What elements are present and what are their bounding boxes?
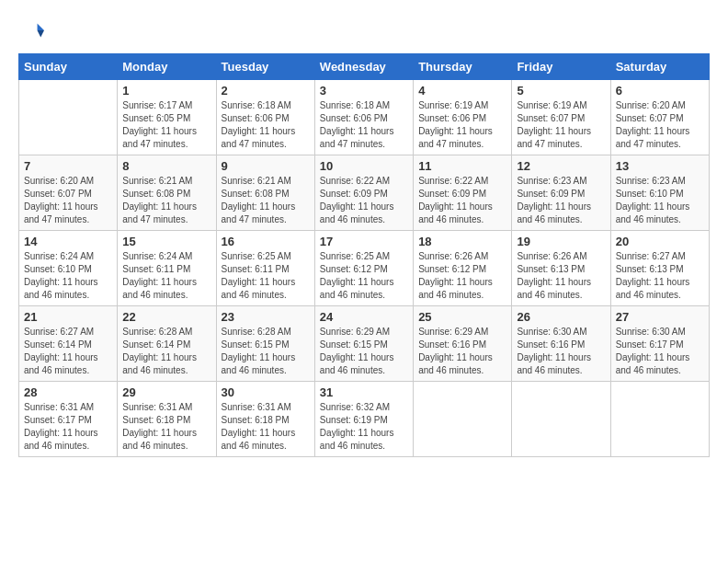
day-cell: 27Sunrise: 6:30 AMSunset: 6:17 PMDayligh… <box>610 306 709 382</box>
calendar-table: SundayMondayTuesdayWednesdayThursdayFrid… <box>18 53 710 457</box>
day-number: 17 <box>320 235 408 248</box>
day-number: 14 <box>24 235 112 248</box>
day-number: 19 <box>517 235 605 248</box>
day-number: 4 <box>418 84 506 98</box>
week-row-2: 7Sunrise: 6:20 AMSunset: 6:07 PMDaylight… <box>19 155 710 231</box>
day-cell: 19Sunrise: 6:26 AMSunset: 6:13 PMDayligh… <box>512 231 610 306</box>
day-cell: 29Sunrise: 6:31 AMSunset: 6:18 PMDayligh… <box>118 382 216 457</box>
day-info: Sunrise: 6:18 AMSunset: 6:06 PMDaylight:… <box>222 99 310 151</box>
day-cell: 14Sunrise: 6:24 AMSunset: 6:10 PMDayligh… <box>19 231 118 306</box>
day-number: 5 <box>517 84 605 98</box>
day-info: Sunrise: 6:24 AMSunset: 6:11 PMDaylight:… <box>122 250 210 302</box>
day-number: 9 <box>222 159 310 173</box>
day-number: 12 <box>517 159 605 173</box>
day-info: Sunrise: 6:20 AMSunset: 6:07 PMDaylight:… <box>616 99 704 151</box>
day-number: 26 <box>517 310 605 324</box>
day-number: 1 <box>122 84 210 98</box>
day-info: Sunrise: 6:27 AMSunset: 6:14 PMDaylight:… <box>24 326 112 377</box>
day-number: 22 <box>122 310 210 324</box>
day-cell: 22Sunrise: 6:28 AMSunset: 6:14 PMDayligh… <box>118 306 216 382</box>
col-header-sunday: Sunday <box>19 54 118 80</box>
day-cell: 21Sunrise: 6:27 AMSunset: 6:14 PMDayligh… <box>19 306 118 382</box>
day-cell: 12Sunrise: 6:23 AMSunset: 6:09 PMDayligh… <box>512 155 610 231</box>
col-header-saturday: Saturday <box>610 54 709 80</box>
day-info: Sunrise: 6:31 AMSunset: 6:17 PMDaylight:… <box>24 401 112 453</box>
day-number: 25 <box>418 310 506 324</box>
day-info: Sunrise: 6:22 AMSunset: 6:09 PMDaylight:… <box>418 175 506 226</box>
col-header-thursday: Thursday <box>414 54 512 80</box>
day-info: Sunrise: 6:32 AMSunset: 6:19 PMDaylight:… <box>320 401 408 453</box>
day-number: 28 <box>24 385 112 399</box>
col-header-tuesday: Tuesday <box>216 54 314 80</box>
day-info: Sunrise: 6:25 AMSunset: 6:12 PMDaylight:… <box>320 250 408 302</box>
day-info: Sunrise: 6:19 AMSunset: 6:07 PMDaylight:… <box>517 99 605 151</box>
day-cell: 24Sunrise: 6:29 AMSunset: 6:15 PMDayligh… <box>314 306 413 382</box>
week-row-5: 28Sunrise: 6:31 AMSunset: 6:17 PMDayligh… <box>19 382 710 457</box>
day-number: 20 <box>616 235 704 248</box>
day-cell: 23Sunrise: 6:28 AMSunset: 6:15 PMDayligh… <box>216 306 314 382</box>
day-info: Sunrise: 6:30 AMSunset: 6:16 PMDaylight:… <box>517 326 605 377</box>
svg-marker-0 <box>38 24 44 30</box>
day-number: 24 <box>320 310 408 324</box>
day-number: 6 <box>616 84 704 98</box>
logo-icon <box>18 18 44 44</box>
day-cell: 3Sunrise: 6:18 AMSunset: 6:06 PMDaylight… <box>314 80 413 155</box>
day-cell: 8Sunrise: 6:21 AMSunset: 6:08 PMDaylight… <box>118 155 216 231</box>
svg-marker-1 <box>38 30 44 37</box>
day-info: Sunrise: 6:18 AMSunset: 6:06 PMDaylight:… <box>320 99 408 151</box>
day-number: 23 <box>222 310 310 324</box>
day-number: 15 <box>122 235 210 248</box>
day-cell: 20Sunrise: 6:27 AMSunset: 6:13 PMDayligh… <box>610 231 709 306</box>
day-info: Sunrise: 6:25 AMSunset: 6:11 PMDaylight:… <box>222 250 310 302</box>
day-cell <box>414 382 512 457</box>
day-cell: 13Sunrise: 6:23 AMSunset: 6:10 PMDayligh… <box>610 155 709 231</box>
day-number: 7 <box>24 159 112 173</box>
day-cell: 5Sunrise: 6:19 AMSunset: 6:07 PMDaylight… <box>512 80 610 155</box>
day-cell: 17Sunrise: 6:25 AMSunset: 6:12 PMDayligh… <box>314 231 413 306</box>
day-info: Sunrise: 6:26 AMSunset: 6:12 PMDaylight:… <box>418 250 506 302</box>
day-number: 13 <box>616 159 704 173</box>
day-cell: 30Sunrise: 6:31 AMSunset: 6:18 PMDayligh… <box>216 382 314 457</box>
day-number: 10 <box>320 159 408 173</box>
day-info: Sunrise: 6:23 AMSunset: 6:10 PMDaylight:… <box>616 175 704 226</box>
day-cell: 11Sunrise: 6:22 AMSunset: 6:09 PMDayligh… <box>414 155 512 231</box>
day-number: 16 <box>222 235 310 248</box>
day-number: 18 <box>418 235 506 248</box>
day-cell: 2Sunrise: 6:18 AMSunset: 6:06 PMDaylight… <box>216 80 314 155</box>
day-info: Sunrise: 6:20 AMSunset: 6:07 PMDaylight:… <box>24 175 112 226</box>
day-cell: 15Sunrise: 6:24 AMSunset: 6:11 PMDayligh… <box>118 231 216 306</box>
day-info: Sunrise: 6:24 AMSunset: 6:10 PMDaylight:… <box>24 250 112 302</box>
day-cell: 7Sunrise: 6:20 AMSunset: 6:07 PMDaylight… <box>19 155 118 231</box>
day-cell: 31Sunrise: 6:32 AMSunset: 6:19 PMDayligh… <box>314 382 413 457</box>
day-cell: 25Sunrise: 6:29 AMSunset: 6:16 PMDayligh… <box>414 306 512 382</box>
day-cell: 18Sunrise: 6:26 AMSunset: 6:12 PMDayligh… <box>414 231 512 306</box>
day-info: Sunrise: 6:21 AMSunset: 6:08 PMDaylight:… <box>122 175 210 226</box>
col-header-friday: Friday <box>512 54 610 80</box>
week-row-4: 21Sunrise: 6:27 AMSunset: 6:14 PMDayligh… <box>19 306 710 382</box>
day-info: Sunrise: 6:31 AMSunset: 6:18 PMDaylight:… <box>122 401 210 453</box>
day-cell <box>19 80 118 155</box>
day-number: 27 <box>616 310 704 324</box>
week-row-1: 1Sunrise: 6:17 AMSunset: 6:05 PMDaylight… <box>19 80 710 155</box>
week-row-3: 14Sunrise: 6:24 AMSunset: 6:10 PMDayligh… <box>19 231 710 306</box>
day-info: Sunrise: 6:28 AMSunset: 6:14 PMDaylight:… <box>122 326 210 377</box>
col-header-monday: Monday <box>118 54 216 80</box>
day-number: 29 <box>122 385 210 399</box>
day-cell: 9Sunrise: 6:21 AMSunset: 6:08 PMDaylight… <box>216 155 314 231</box>
day-cell: 1Sunrise: 6:17 AMSunset: 6:05 PMDaylight… <box>118 80 216 155</box>
day-info: Sunrise: 6:28 AMSunset: 6:15 PMDaylight:… <box>222 326 310 377</box>
day-cell: 28Sunrise: 6:31 AMSunset: 6:17 PMDayligh… <box>19 382 118 457</box>
logo <box>18 18 48 44</box>
day-info: Sunrise: 6:22 AMSunset: 6:09 PMDaylight:… <box>320 175 408 226</box>
day-cell: 10Sunrise: 6:22 AMSunset: 6:09 PMDayligh… <box>314 155 413 231</box>
day-info: Sunrise: 6:17 AMSunset: 6:05 PMDaylight:… <box>122 99 210 151</box>
day-cell: 6Sunrise: 6:20 AMSunset: 6:07 PMDaylight… <box>610 80 709 155</box>
day-info: Sunrise: 6:30 AMSunset: 6:17 PMDaylight:… <box>616 326 704 377</box>
day-info: Sunrise: 6:29 AMSunset: 6:15 PMDaylight:… <box>320 326 408 377</box>
day-info: Sunrise: 6:21 AMSunset: 6:08 PMDaylight:… <box>222 175 310 226</box>
day-cell <box>610 382 709 457</box>
day-info: Sunrise: 6:31 AMSunset: 6:18 PMDaylight:… <box>222 401 310 453</box>
day-number: 21 <box>24 310 112 324</box>
day-number: 11 <box>418 159 506 173</box>
day-number: 3 <box>320 84 408 98</box>
